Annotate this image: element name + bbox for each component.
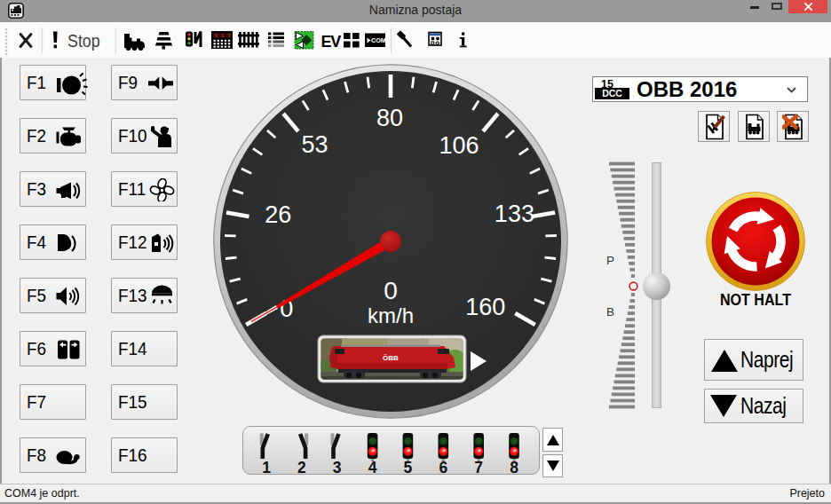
- svg-text:3: 3: [333, 459, 342, 476]
- svg-text:4: 4: [368, 459, 377, 476]
- svg-text:COM: COM: [371, 36, 386, 44]
- svg-text:2: 2: [297, 459, 306, 476]
- svg-text:53: 53: [301, 131, 328, 158]
- svg-text:5: 5: [404, 459, 413, 476]
- svg-text:8: 8: [510, 459, 518, 476]
- svg-text:160: 160: [465, 294, 505, 320]
- svg-text:6: 6: [439, 459, 447, 476]
- svg-text:km/h: km/h: [368, 303, 414, 327]
- svg-text:1: 1: [262, 459, 271, 476]
- svg-text:0 1 3: 0 1 3: [215, 33, 231, 39]
- svg-text:0: 0: [384, 277, 398, 304]
- svg-text:Stop: Stop: [67, 31, 100, 51]
- svg-text:106: 106: [439, 132, 479, 159]
- svg-text:133: 133: [495, 201, 534, 227]
- svg-text:ÖBB: ÖBB: [383, 354, 399, 362]
- svg-text:26: 26: [265, 201, 291, 228]
- svg-text:80: 80: [376, 105, 403, 131]
- svg-text:7: 7: [474, 459, 483, 476]
- svg-text:EV: EV: [321, 33, 342, 51]
